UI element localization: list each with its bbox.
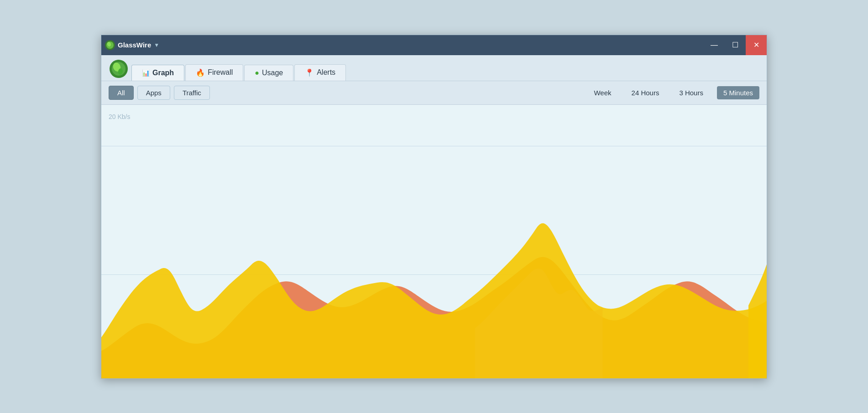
tab-alerts-label: Alerts (317, 68, 335, 77)
close-button[interactable]: ✕ (746, 35, 767, 55)
tab-firewall-label: Firewall (208, 68, 233, 77)
dropdown-arrow-icon[interactable]: ▼ (154, 42, 159, 48)
window-controls: — ☐ ✕ (704, 35, 767, 55)
tab-graph[interactable]: 📊 Graph (131, 65, 184, 81)
filter-bar: All Apps Traffic Week 24 Hours 3 Hours 5… (101, 81, 767, 105)
traffic-chart (101, 105, 767, 378)
filter-traffic-button[interactable]: Traffic (174, 86, 210, 100)
chart-area: 20 Kb/s (101, 105, 767, 378)
minimize-button[interactable]: — (704, 35, 725, 55)
app-title: GlassWire (118, 41, 151, 49)
graph-icon: 📊 (142, 69, 150, 77)
usage-icon: ● (255, 69, 259, 77)
tab-alerts[interactable]: 📍 Alerts (294, 64, 346, 81)
time-week-button[interactable]: Week (587, 86, 617, 99)
tab-usage-label: Usage (262, 69, 283, 77)
time-24h-button[interactable]: 24 Hours (625, 86, 666, 99)
app-logo-icon (105, 40, 115, 50)
time-3h-button[interactable]: 3 Hours (673, 86, 710, 99)
filter-right: Week 24 Hours 3 Hours 5 Minutes (587, 86, 759, 99)
titlebar: GlassWire ▼ — ☐ ✕ (101, 35, 767, 55)
nav-logo-icon (109, 59, 129, 79)
tab-firewall[interactable]: 🔥 Firewall (185, 64, 243, 81)
firewall-icon: 🔥 (196, 68, 205, 77)
alerts-icon: 📍 (305, 68, 314, 77)
nav-bar: 📊 Graph 🔥 Firewall ● Usage 📍 Alerts (101, 55, 767, 81)
filter-all-button[interactable]: All (109, 86, 134, 100)
maximize-button[interactable]: ☐ (725, 35, 746, 55)
app-window: GlassWire ▼ — ☐ ✕ 📊 Graph 🔥 Firewall (101, 35, 767, 379)
filter-apps-button[interactable]: Apps (137, 86, 170, 100)
titlebar-left: GlassWire ▼ (105, 40, 159, 50)
filter-left: All Apps Traffic (109, 86, 210, 100)
time-5m-button[interactable]: 5 Minutes (717, 86, 759, 99)
tab-usage[interactable]: ● Usage (244, 65, 293, 81)
tab-graph-label: Graph (152, 69, 174, 77)
